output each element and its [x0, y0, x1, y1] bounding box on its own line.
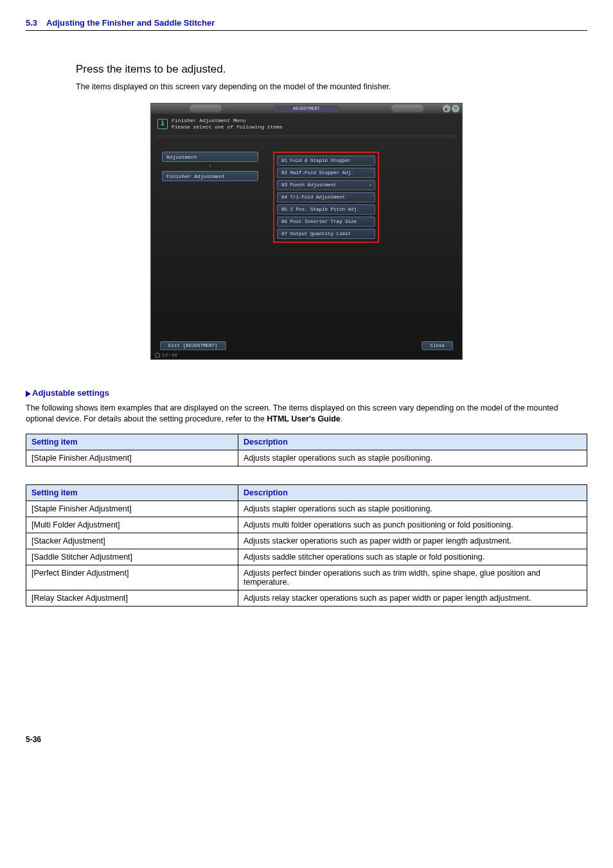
cell-desc: Adjusts saddle stitcher operations such … — [238, 549, 587, 565]
table-row: [Saddle Stitcher Adjustment] Adjusts sad… — [26, 549, 587, 565]
menu-item-02[interactable]: 02 Half-Fold Stopper Adj. — [277, 168, 375, 178]
cell-item: [Staple Finisher Adjustment] — [26, 500, 238, 517]
ss-menu-highlight: 01 Fold & Staple Stopper 02 Half-Fold St… — [273, 152, 379, 243]
menu-item-label: 04 Tri-Fold Adjustment — [281, 195, 345, 200]
menu-item-07[interactable]: 07 Output Quantity Limit — [277, 229, 375, 239]
menu-item-05[interactable]: 05 2 Pos. Staple Pitch Adj. — [277, 204, 375, 215]
settings-table-2: Setting item Description [Staple Finishe… — [26, 484, 587, 607]
close-button[interactable]: Close — [422, 341, 453, 350]
cell-desc: Adjusts stacker operations such as paper… — [238, 533, 587, 549]
ss-help-icons: ◐ ? — [443, 105, 459, 112]
ss-info-line1: Finisher Adjustment Menu — [172, 118, 283, 124]
para-text-2: . — [341, 414, 342, 423]
section-number: 5.3 — [26, 18, 37, 28]
menu-item-label: 02 Half-Fold Stopper Adj. — [281, 170, 354, 175]
menu-item-label: 06 Post Inserter Tray Size — [281, 219, 357, 224]
nav-adjustment[interactable]: Adjustment — [162, 152, 258, 162]
settings-table-1: Setting item Description [Staple Finishe… — [26, 434, 587, 466]
cell-item: [Saddle Stitcher Adjustment] — [26, 549, 238, 565]
ss-titlebar-decor-right — [391, 105, 423, 112]
menu-item-label: 07 Output Quantity Limit — [281, 231, 351, 236]
page-header: 5.3 Adjusting the Finisher and Saddle St… — [26, 0, 587, 31]
table1-header-item: Setting item — [26, 434, 238, 450]
ss-titlebar-label: ADJUSTMENT — [274, 105, 339, 112]
ss-info-line2: Please select one of following items — [172, 124, 283, 130]
adjustable-settings-label: Adjustable settings — [32, 388, 109, 398]
table-row: [Multi Folder Adjustment] Adjusts multi … — [26, 517, 587, 533]
cell-desc: Adjusts stapler operations such as stapl… — [238, 450, 587, 466]
clock-icon — [155, 353, 160, 358]
press-heading: Press the items to be adjusted. — [76, 63, 587, 76]
menu-item-03[interactable]: 03 Punch Adjustment▸ — [277, 180, 375, 190]
help-icon[interactable]: ? — [452, 105, 459, 112]
exit-adjustment-button[interactable]: Exit [ADJUSTMENT] — [160, 341, 226, 350]
info-icon: i — [157, 119, 168, 129]
table-row: [Relay Stacker Adjustment] Adjusts relay… — [26, 590, 587, 606]
clock-time: 12:48 — [162, 352, 177, 358]
menu-item-label: 03 Punch Adjustment — [281, 182, 337, 188]
menu-item-04[interactable]: 04 Tri-Fold Adjustment — [277, 192, 375, 202]
cell-desc: Adjusts multi folder operations such as … — [238, 517, 587, 533]
table2-header-item: Setting item — [26, 484, 238, 500]
table-row: [Staple Finisher Adjustment] Adjusts sta… — [26, 450, 587, 466]
ss-clock: 12:48 — [155, 352, 177, 358]
table-row: [Staple Finisher Adjustment] Adjusts sta… — [26, 500, 587, 517]
ss-footer: Exit [ADJUSTMENT] Close — [151, 341, 462, 350]
table-row: [Stacker Adjustment] Adjusts stacker ope… — [26, 533, 587, 549]
ss-info-row: i Finisher Adjustment Menu Please select… — [151, 114, 462, 134]
menu-item-label: 01 Fold & Staple Stopper — [281, 158, 351, 163]
nav-finisher-adjustment[interactable]: Finisher Adjustment — [162, 171, 258, 181]
cell-item: [Multi Folder Adjustment] — [26, 517, 238, 533]
ss-divider — [156, 135, 457, 141]
cell-desc: Adjusts relay stacker operations such as… — [238, 590, 587, 606]
arrow-right-icon — [26, 391, 31, 397]
ss-body: Adjustment ▾ Finisher Adjustment 01 Fold… — [151, 152, 462, 243]
ss-titlebar: ADJUSTMENT ◐ ? — [151, 103, 462, 114]
table2-header-desc: Description — [238, 484, 587, 500]
cell-item: [Perfect Binder Adjustment] — [26, 565, 238, 590]
cell-item: [Stacker Adjustment] — [26, 533, 238, 549]
page-number: 5-36 — [26, 735, 587, 763]
ss-info-text: Finisher Adjustment Menu Please select o… — [172, 118, 283, 130]
adjustable-settings-heading: Adjustable settings — [26, 388, 587, 398]
chevron-right-icon: ▸ — [369, 182, 372, 188]
intro-note: The items displayed on this screen vary … — [76, 82, 587, 91]
table1-header-desc: Description — [238, 434, 587, 450]
section-title: Adjusting the Finisher and Saddle Stitch… — [46, 18, 215, 28]
ss-left-nav: Adjustment ▾ Finisher Adjustment — [159, 152, 262, 243]
page-content: Press the items to be adjusted. The item… — [26, 31, 587, 763]
speaker-icon[interactable]: ◐ — [443, 105, 450, 112]
cell-desc: Adjusts stapler operations such as stapl… — [238, 500, 587, 517]
table-row: [Perfect Binder Adjustment] Adjusts perf… — [26, 565, 587, 590]
ss-titlebar-decor-left — [190, 105, 222, 112]
menu-item-06[interactable]: 06 Post Inserter Tray Size — [277, 217, 375, 227]
cell-desc: Adjusts perfect binder operations such a… — [238, 565, 587, 590]
menu-item-01[interactable]: 01 Fold & Staple Stopper — [277, 155, 375, 166]
cell-item: [Staple Finisher Adjustment] — [26, 450, 238, 466]
chevron-down-icon: ▾ — [208, 164, 211, 168]
adjustable-settings-para: The following shows item examples that a… — [26, 403, 587, 425]
cell-item: [Relay Stacker Adjustment] — [26, 590, 238, 606]
screenshot-container: ADJUSTMENT ◐ ? i Finisher Adjustment Men… — [26, 103, 587, 360]
ss-right-panel: 01 Fold & Staple Stopper 02 Half-Fold St… — [273, 152, 454, 243]
para-bold: HTML User's Guide — [267, 414, 341, 423]
menu-item-label: 05 2 Pos. Staple Pitch Adj. — [281, 207, 360, 212]
adjustment-screenshot: ADJUSTMENT ◐ ? i Finisher Adjustment Men… — [150, 103, 463, 360]
